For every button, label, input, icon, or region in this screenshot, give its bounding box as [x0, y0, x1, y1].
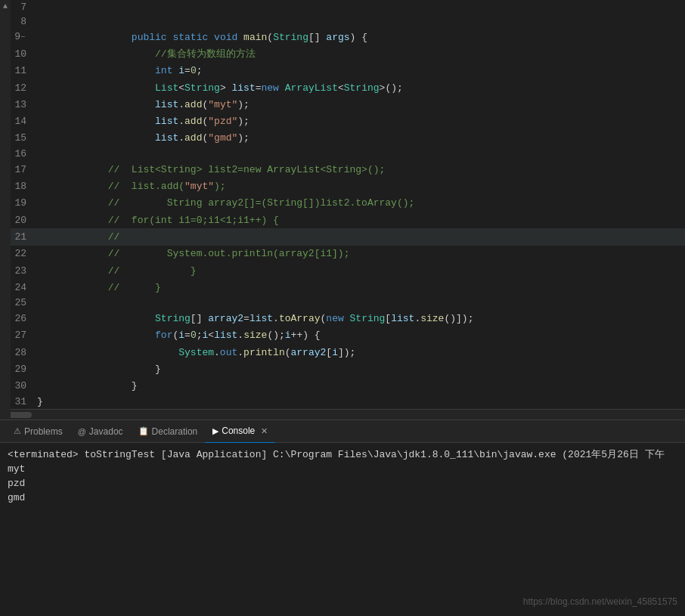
editor-container: ▲ 7 8 9− public static void mai [0, 0, 685, 616]
line-number: 31 [11, 395, 37, 409]
console-output-pzd: pzd [8, 476, 677, 491]
panel-tabs: ⚠ Problems @ Javadoc 📋 Declaration ▶ Con… [0, 420, 685, 443]
line-number: 29 [11, 362, 37, 376]
line-number: 17 [11, 163, 37, 177]
tab-problems[interactable]: ⚠ Problems [6, 420, 70, 443]
output-line-1: myt [8, 463, 25, 475]
line-number: 22 [11, 246, 37, 261]
line-number: 30 [11, 379, 37, 393]
line-number: 24 [11, 280, 37, 295]
console-output-area[interactable]: <terminated> toStringTest [Java Applicat… [0, 443, 685, 616]
table-row: 24 // } [11, 279, 685, 296]
line-number: 8 [11, 14, 37, 29]
console-icon: ▶ [212, 426, 219, 436]
table-row: 31 } [11, 395, 685, 409]
javadoc-icon: @ [78, 427, 86, 436]
tab-problems-label: Problems [24, 426, 63, 437]
fold-icon[interactable]: − [20, 33, 25, 42]
declaration-icon: 📋 [138, 426, 149, 436]
code-content[interactable]: 7 8 9− public static void main(String[] … [0, 0, 685, 409]
bottom-panel: ⚠ Problems @ Javadoc 📋 Declaration ▶ Con… [0, 419, 685, 616]
tab-javadoc-label: Javadoc [89, 426, 123, 437]
line-number: 13 [11, 98, 37, 112]
table-row: 30 } [11, 378, 685, 395]
terminated-text: <terminated> toStringTest [Java Applicat… [8, 449, 665, 460]
line-number: 28 [11, 345, 37, 360]
line-number: 7 [11, 0, 37, 14]
line-number: 15 [11, 131, 37, 145]
console-output-myt: myt [8, 462, 677, 476]
tab-declaration-label: Declaration [152, 426, 198, 437]
line-number: 21 [11, 230, 37, 244]
tab-console[interactable]: ▶ Console ✕ [205, 420, 275, 443]
output-line-3: gmd [8, 492, 25, 503]
table-row: 7 [11, 0, 685, 14]
line-number: 23 [11, 264, 37, 278]
horizontal-scrollbar[interactable] [0, 409, 685, 419]
tab-console-label: Console [222, 426, 255, 436]
line-number: 12 [11, 81, 37, 95]
line-number: 18 [11, 179, 37, 193]
code-editor[interactable]: ▲ 7 8 9− public static void mai [0, 0, 685, 419]
line-content: } [37, 395, 685, 409]
line-number: 14 [11, 114, 37, 128]
watermark-text: https://blog.csdn.net/weixin_45851575 [523, 596, 677, 607]
line-number: 20 [11, 213, 37, 228]
output-line-2: pzd [8, 478, 25, 489]
line-number: 26 [11, 311, 37, 326]
code-lines: 7 8 9− public static void main(String[] … [11, 0, 685, 409]
line-number: 16 [11, 147, 37, 161]
line-number: 19 [11, 196, 37, 210]
tab-javadoc[interactable]: @ Javadoc [70, 420, 131, 443]
problems-icon: ⚠ [14, 426, 21, 436]
console-terminated-line: <terminated> toStringTest [Java Applicat… [8, 447, 677, 462]
tab-declaration[interactable]: 📋 Declaration [131, 420, 206, 443]
line-number: 25 [11, 296, 37, 310]
table-row: 15 list.add("gmd"); [11, 130, 685, 147]
line-number: 10 [11, 47, 37, 61]
line-number: 9− [11, 29, 37, 45]
console-output-gmd: gmd [8, 491, 677, 505]
console-close-icon[interactable]: ✕ [261, 426, 268, 436]
watermark: https://blog.csdn.net/weixin_45851575 [523, 596, 677, 607]
line-number: 27 [11, 328, 37, 342]
line-number: 11 [11, 63, 37, 78]
